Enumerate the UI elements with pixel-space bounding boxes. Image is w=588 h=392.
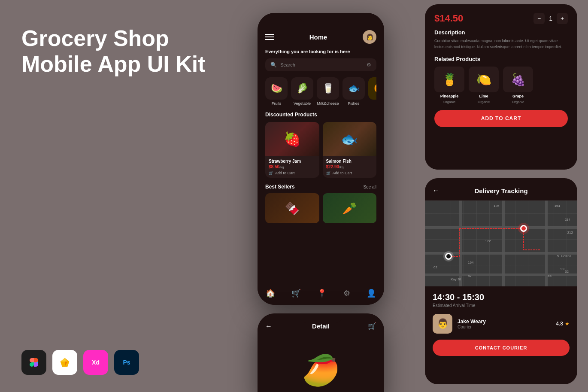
search-bar[interactable]: 🔍 Search ⚙ xyxy=(265,58,376,71)
nav-settings[interactable]: ⚙ xyxy=(343,289,350,298)
avatar[interactable]: 👩 xyxy=(363,30,376,44)
map-label-n7: 62 xyxy=(433,265,437,269)
product-price: $14.50 xyxy=(434,13,463,24)
category-fruits[interactable]: 🍉 Fruits xyxy=(265,77,288,106)
phone-subtitle: Everything you are looking for is here xyxy=(265,49,376,54)
ps-icon: Ps xyxy=(114,350,139,375)
map-label-n8: 47 xyxy=(468,274,472,278)
phone-home: Home 👩 Everything you are looking for is… xyxy=(258,13,384,305)
phone-detail: ← Detail 🛒 🥭 xyxy=(258,313,384,392)
map-label-n5: 172 xyxy=(485,239,491,243)
best-sellers-products: 🍫 🥕 xyxy=(265,193,376,223)
map-label-n4: 212 xyxy=(567,231,573,234)
map-label-r1: S. Hollins xyxy=(557,254,571,258)
add-to-cart-button[interactable]: ADD TO CART xyxy=(434,110,568,127)
best-sellers-title: Best Sellers xyxy=(265,184,295,190)
delivery-eta-label: Estimated Arrival Time xyxy=(433,303,570,308)
add-to-cart-salmon[interactable]: 🛒 Add to Cart xyxy=(326,171,373,175)
search-placeholder: Search xyxy=(280,62,363,67)
qty-decrease-button[interactable]: − xyxy=(533,13,545,24)
courier-rating: 4.8 ★ xyxy=(556,321,570,327)
category-milkcheese[interactable]: 🥛 Milk&cheese xyxy=(317,77,339,106)
courier-row: 👨 Jake Weary Courier 4.8 ★ xyxy=(433,314,570,334)
phone-header: Home 👩 xyxy=(265,30,376,44)
search-icon: 🔍 xyxy=(270,62,277,68)
courier-name: Jake Weary xyxy=(458,319,486,325)
qty-value: 1 xyxy=(549,15,552,22)
best-seller-chocolate[interactable]: 🍫 xyxy=(265,193,319,223)
see-all-link[interactable]: See all xyxy=(363,185,376,189)
add-to-cart-strawberry[interactable]: 🛒 Add to Cart xyxy=(269,171,316,175)
hero-title: Grocery Shop Mobile App UI Kit xyxy=(21,26,205,77)
product-image-salmon: 🐟 xyxy=(323,122,377,156)
product-strawberry-jam[interactable]: 🍓 Strawberry Jam $8.50/kg 🛒 Add to Cart xyxy=(265,122,319,178)
related-products: 🍍 Pineapple Organic 🍋 Lime Organic 🍇 Gra… xyxy=(434,67,568,104)
categories-row: 🍉 Fruits 🥬 Vegetable 🥛 Milk&cheese 🐟 Fis… xyxy=(265,77,376,106)
qty-increase-button[interactable]: + xyxy=(557,13,568,24)
delivery-tracking-panel: ← Delivery Tracking Kay St S. Hollins 18… xyxy=(425,178,577,384)
map-label-n1: 185 xyxy=(494,204,499,208)
related-img-pineapple: 🍍 xyxy=(434,67,464,92)
nav-home[interactable]: 🏠 xyxy=(266,289,275,298)
cart-icon-strawberry: 🛒 xyxy=(269,171,273,175)
category-fishes[interactable]: 🐟 Fishes xyxy=(342,77,365,106)
product-name-strawberry: Strawberry Jam xyxy=(269,159,316,164)
discounted-products: 🍓 Strawberry Jam $8.50/kg 🛒 Add to Cart … xyxy=(265,122,376,178)
related-img-lime: 🍋 xyxy=(469,67,499,92)
courier-role: Courier xyxy=(458,325,486,329)
map-label-n3: 234 xyxy=(565,218,570,222)
product-name-salmon: Salmon Fish xyxy=(326,159,373,164)
xd-icon: Xd xyxy=(83,350,108,375)
hamburger-icon[interactable] xyxy=(265,34,274,40)
sketch-icon xyxy=(52,350,77,375)
cat-label-fishes: Fishes xyxy=(348,101,360,106)
nav-cart[interactable]: 🛒 xyxy=(291,289,301,298)
map-pin-start xyxy=(445,253,452,260)
route-svg xyxy=(425,201,577,286)
category-more[interactable]: 🟠 S... xyxy=(368,77,376,106)
map-label-n2: 154 xyxy=(555,204,560,208)
cat-label-milk: Milk&cheese xyxy=(317,101,339,106)
related-lime[interactable]: 🍋 Lime Organic xyxy=(469,67,499,104)
cat-label-vegetable: Vegetable xyxy=(294,101,311,106)
product-price-salmon: $22.90/kg xyxy=(326,164,373,169)
delivery-header: ← Delivery Tracking xyxy=(425,178,577,201)
detail-cart-icon[interactable]: 🛒 xyxy=(368,322,376,330)
price-row: $14.50 − 1 + xyxy=(434,13,568,24)
map-label-n10: 32 xyxy=(565,270,569,273)
back-button[interactable]: ← xyxy=(433,187,439,194)
star-icon: ★ xyxy=(565,321,570,327)
delivery-map: Kay St S. Hollins 185 154 234 212 172 16… xyxy=(425,201,577,286)
quantity-control: − 1 + xyxy=(533,13,568,24)
map-label-n11: 99 xyxy=(561,267,564,271)
related-img-grape: 🍇 xyxy=(503,67,533,92)
related-grape[interactable]: 🍇 Grape Organic xyxy=(503,67,533,104)
detail-back-button[interactable]: ← xyxy=(265,322,272,330)
contact-courier-button[interactable]: CONTACT COURIER xyxy=(433,340,570,356)
tool-icons: Xd Ps xyxy=(21,350,139,375)
map-pin-end xyxy=(520,225,527,232)
description-text: Curabitur vitae malesuada magna, non lob… xyxy=(434,38,568,50)
delivery-title: Delivery Tracking xyxy=(474,187,527,194)
related-pineapple[interactable]: 🍍 Pineapple Organic xyxy=(434,67,464,104)
detail-header: ← Detail 🛒 xyxy=(265,322,376,330)
detail-title: Detail xyxy=(312,322,330,330)
filter-icon[interactable]: ⚙ xyxy=(367,62,371,68)
best-sellers-header: Best Sellers See all xyxy=(265,184,376,190)
courier-avatar: 👨 xyxy=(433,314,452,334)
map-label-kay: Kay St xyxy=(451,277,461,281)
header-title: Home xyxy=(309,33,327,41)
phone-notch xyxy=(300,13,342,22)
category-vegetable[interactable]: 🥬 Vegetable xyxy=(291,77,313,106)
phone2-notch xyxy=(300,313,342,323)
nav-profile[interactable]: 👤 xyxy=(367,289,376,298)
product-image-strawberry: 🍓 xyxy=(265,122,319,156)
best-seller-carrot[interactable]: 🥕 xyxy=(323,193,377,223)
nav-location[interactable]: 📍 xyxy=(317,289,327,298)
figma-icon xyxy=(21,350,46,375)
delivery-info: 14:30 - 15:30 Estimated Arrival Time 👨 J… xyxy=(425,286,577,362)
map-label-n9: 46 xyxy=(548,274,552,278)
product-salmon-fish[interactable]: 🐟 Salmon Fish $22.90/kg 🛒 Add to Cart xyxy=(323,122,377,178)
delivery-time: 14:30 - 15:30 xyxy=(433,292,570,302)
product-price-strawberry: $8.50/kg xyxy=(269,164,316,169)
